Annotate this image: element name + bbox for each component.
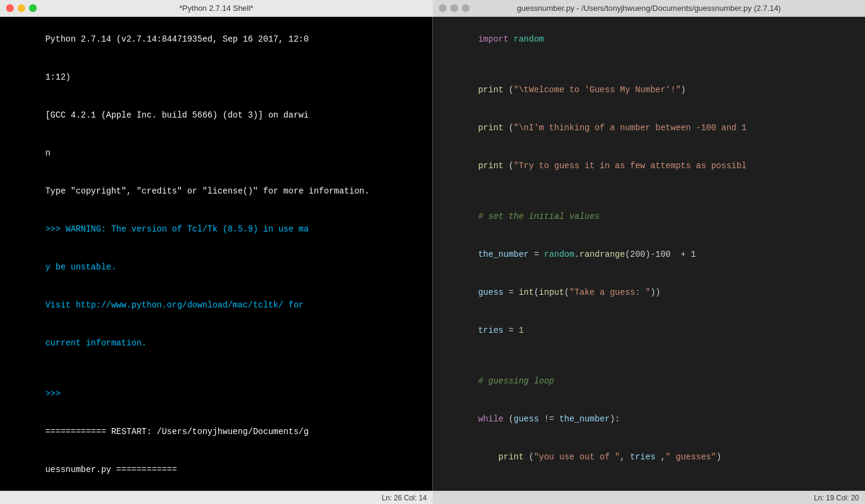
- code-line-2: print ("\tWelcome to 'Guess My Number'!"…: [438, 71, 860, 109]
- code-line-blank2: [438, 185, 860, 198]
- window-controls: [6, 4, 37, 12]
- code-line-6: guess = int(input("Take a guess: ")): [438, 274, 860, 312]
- editor-status-text: Ln: 19 Col: 20: [814, 494, 859, 502]
- shell-warning-line2: y be unstable.: [5, 248, 427, 286]
- editor-title-text: guessnumber.py - /Users/tonyjhwueng/Docu…: [517, 4, 781, 13]
- editor-maximize-btn[interactable]: [462, 4, 470, 12]
- shell-prompt-line: >>>: [5, 375, 427, 413]
- editor-status-bar: Ln: 19 Col: 20: [433, 491, 865, 504]
- editor-window-controls: [439, 4, 470, 12]
- code-line-blank: [438, 58, 860, 71]
- code-line-10: if (guess > the_number):: [438, 476, 860, 491]
- shell-line: 1:12): [5, 58, 427, 96]
- shell-status-bar: Ln: 26 Col: 14: [0, 491, 433, 504]
- code-line-5: the_number = random.randrange(200)-100 +…: [438, 236, 860, 274]
- shell-panel: Python 2.7.14 (v2.7.14:84471935ed, Sep 1…: [0, 17, 433, 491]
- shell-restart-line2: uessnumber.py ============: [5, 451, 427, 489]
- shell-link-line: Visit http://www.python.org/download/mac…: [5, 286, 427, 324]
- shell-line: n: [5, 134, 427, 172]
- maximize-button[interactable]: [29, 4, 37, 12]
- editor-panel: import random print ("\tWelcome to 'Gues…: [433, 17, 865, 491]
- code-line-4: print ("Try to guess it in as few attemp…: [438, 147, 860, 185]
- editor-close-btn[interactable]: [439, 4, 447, 12]
- minimize-button[interactable]: [17, 4, 25, 12]
- code-line-1: import random: [438, 20, 860, 58]
- shell-status-text: Ln: 26 Col: 14: [382, 494, 427, 502]
- bottom-bar: Ln: 26 Col: 14 Ln: 19 Col: 20: [0, 491, 865, 504]
- shell-restart-line: ============ RESTART: /Users/tonyjhwueng…: [5, 413, 427, 451]
- code-line-comment1: # set the initial values: [438, 198, 860, 236]
- editor-title-bar: guessnumber.py - /Users/tonyjhwueng/Docu…: [433, 0, 865, 17]
- shell-warning-line: >>> WARNING: The version of Tcl/Tk (8.5.…: [5, 210, 427, 248]
- code-line-comment2: # guessing loop: [438, 362, 860, 400]
- shell-line: Type "copyright", "credits" or "license(…: [5, 172, 427, 210]
- code-line-blank3: [438, 350, 860, 362]
- shell-link-line2: current information.: [5, 324, 427, 362]
- close-button[interactable]: [6, 4, 14, 12]
- code-line-8: while (guess != the_number):: [438, 400, 860, 438]
- code-line-7: tries = 1: [438, 312, 860, 350]
- shell-line: [GCC 4.2.1 (Apple Inc. build 5666) (dot …: [5, 96, 427, 134]
- shell-title-bar: *Python 2.7.14 Shell*: [0, 0, 433, 17]
- shell-blank: [5, 362, 427, 375]
- editor-minimize-btn[interactable]: [450, 4, 458, 12]
- code-line-3: print ("\nI'm thinking of a number betwe…: [438, 109, 860, 147]
- shell-title-text: *Python 2.7.14 Shell*: [180, 4, 254, 13]
- shell-line: Python 2.7.14 (v2.7.14:84471935ed, Sep 1…: [5, 20, 427, 58]
- code-line-9: print ("you use out of ", tries ," guess…: [438, 438, 860, 476]
